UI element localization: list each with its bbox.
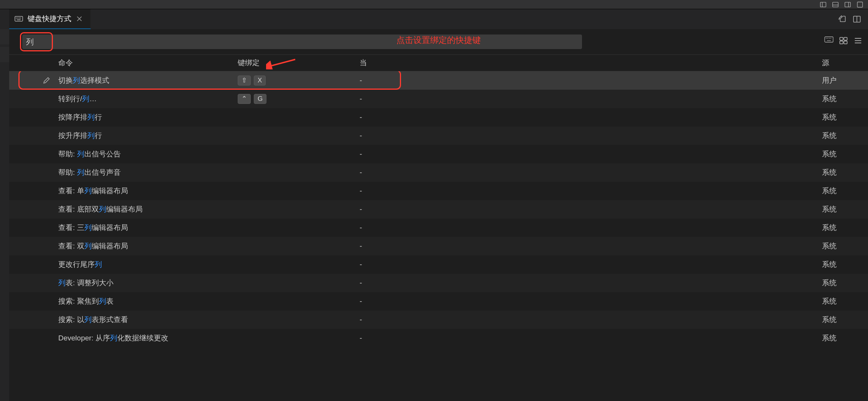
table-row[interactable]: 搜索: 聚焦到列表-系统	[9, 292, 868, 311]
source-cell: 系统	[822, 260, 868, 270]
table-row[interactable]: 帮助: 列出信号公告-系统	[9, 145, 868, 163]
command-cell: 帮助: 列出信号声音	[58, 168, 238, 177]
svg-rect-2	[833, 2, 838, 7]
left-gutter	[0, 29, 9, 401]
editor-tabbar: 键盘快捷方式	[0, 9, 868, 29]
window-titlebar	[0, 0, 868, 9]
tab-keyboard-shortcuts[interactable]: 键盘快捷方式	[9, 9, 91, 29]
command-cell: 查看: 双列编辑器布局	[58, 241, 238, 251]
table-row[interactable]: 查看: 单列编辑器布局-系统	[9, 182, 868, 200]
filter-menu-icon[interactable]	[853, 36, 863, 45]
when-cell: -	[360, 205, 822, 214]
source-cell: 系统	[822, 278, 868, 288]
table-row[interactable]: 按升序排列行-系统	[9, 127, 868, 145]
when-cell: -	[360, 316, 822, 324]
keycap: X	[254, 76, 266, 85]
source-cell: 系统	[822, 241, 868, 251]
col-header-when[interactable]: 当	[360, 58, 822, 68]
source-cell: 用户	[822, 76, 868, 85]
search-input[interactable]	[22, 35, 582, 49]
table-row[interactable]: 按降序排列行-系统	[9, 108, 868, 127]
command-cell: 按升序排列行	[58, 131, 238, 141]
row-gutter	[22, 76, 58, 86]
source-cell: 系统	[822, 168, 868, 177]
col-header-command[interactable]: 命令	[58, 58, 238, 68]
command-cell: 帮助: 列出信号公告	[58, 149, 238, 159]
when-cell: -	[360, 187, 822, 195]
panel-toggle-icon[interactable]	[832, 1, 839, 8]
svg-rect-28	[844, 38, 847, 40]
table-header: 命令 键绑定 当 源	[9, 54, 868, 71]
keycap: ⇧	[238, 76, 251, 85]
table-row[interactable]: 帮助: 列出信号声音-系统	[9, 163, 868, 182]
when-cell: -	[360, 150, 822, 158]
table-row[interactable]: 切换列选择模式⇧X-用户	[9, 71, 868, 90]
edit-icon[interactable]	[43, 76, 51, 86]
table-row[interactable]: 查看: 底部双列编辑器布局-系统	[9, 200, 868, 219]
command-cell: 转到行/列…	[58, 94, 238, 104]
table-body: 切换列选择模式⇧X-用户转到行/列…⌃G-系统按降序排列行-系统按升序排列行-系…	[9, 71, 868, 401]
command-cell: 搜索: 以列表形式查看	[58, 315, 238, 325]
source-cell: 系统	[822, 94, 868, 104]
tabbar-left-spacer	[0, 9, 9, 29]
when-cell: -	[360, 279, 822, 287]
split-editor-icon[interactable]	[853, 15, 861, 23]
command-cell: Developer: 从序列化数据继续更改	[58, 333, 238, 343]
command-cell: 切换列选择模式	[58, 76, 238, 85]
svg-rect-4	[845, 2, 851, 7]
when-cell: -	[360, 113, 822, 122]
source-cell: 系统	[822, 131, 868, 141]
source-cell: 系统	[822, 223, 868, 233]
source-cell: 系统	[822, 149, 868, 159]
command-cell: 按降序排列行	[58, 112, 238, 122]
when-cell: -	[360, 297, 822, 306]
search-row: 点击设置绑定的快捷键	[9, 29, 868, 54]
table-row[interactable]: 更改行尾序列-系统	[9, 255, 868, 274]
command-cell: 列表: 调整列大小	[58, 278, 238, 288]
command-cell: 查看: 单列编辑器布局	[58, 186, 238, 196]
source-cell: 系统	[822, 112, 868, 122]
tab-label: 键盘快捷方式	[28, 14, 71, 24]
command-cell: 查看: 三列编辑器布局	[58, 223, 238, 233]
command-cell: 搜索: 聚焦到列表	[58, 296, 238, 306]
svg-rect-6	[857, 2, 863, 7]
col-header-keybinding[interactable]: 键绑定	[238, 58, 360, 68]
col-header-source[interactable]: 源	[822, 58, 868, 68]
source-cell: 系统	[822, 315, 868, 325]
keybinding-cell: ⌃G	[238, 94, 360, 104]
table-row[interactable]: Developer: 从序列化数据继续更改-系统	[9, 329, 868, 347]
table-row[interactable]: 转到行/列…⌃G-系统	[9, 90, 868, 108]
keybinding-cell: ⇧X	[238, 76, 360, 85]
svg-rect-30	[844, 41, 847, 44]
close-icon[interactable]	[76, 15, 83, 22]
when-cell: -	[360, 334, 822, 342]
source-cell: 系统	[822, 333, 868, 343]
table-row[interactable]: 搜索: 以列表形式查看-系统	[9, 311, 868, 329]
main-area: 点击设置绑定的快捷键	[0, 29, 868, 401]
table-row[interactable]: 查看: 双列编辑器布局-系统	[9, 237, 868, 255]
keycap: ⌃	[238, 94, 251, 104]
when-cell: -	[360, 95, 822, 103]
source-cell: 系统	[822, 204, 868, 214]
command-cell: 查看: 底部双列编辑器布局	[58, 204, 238, 214]
command-cell: 更改行尾序列	[58, 260, 238, 270]
when-cell: -	[360, 76, 822, 85]
when-cell: -	[360, 168, 822, 177]
open-settings-json-icon[interactable]	[838, 15, 847, 23]
sort-icon[interactable]	[839, 36, 848, 45]
svg-rect-21	[825, 37, 833, 42]
sidebar-toggle-icon[interactable]	[844, 1, 851, 8]
fullscreen-icon[interactable]	[856, 1, 863, 8]
svg-rect-0	[820, 2, 826, 7]
table-row[interactable]: 查看: 三列编辑器布局-系统	[9, 219, 868, 237]
record-keys-icon[interactable]	[824, 36, 833, 45]
keyboard-shortcuts-editor: 点击设置绑定的快捷键	[9, 29, 868, 401]
layout-toggle-icon[interactable]	[820, 1, 827, 8]
keycap: G	[254, 94, 266, 104]
keyboard-icon	[15, 15, 23, 23]
source-cell: 系统	[822, 296, 868, 306]
when-cell: -	[360, 242, 822, 250]
table-row[interactable]: 列表: 调整列大小-系统	[9, 274, 868, 292]
when-cell: -	[360, 131, 822, 140]
svg-rect-27	[840, 38, 843, 40]
